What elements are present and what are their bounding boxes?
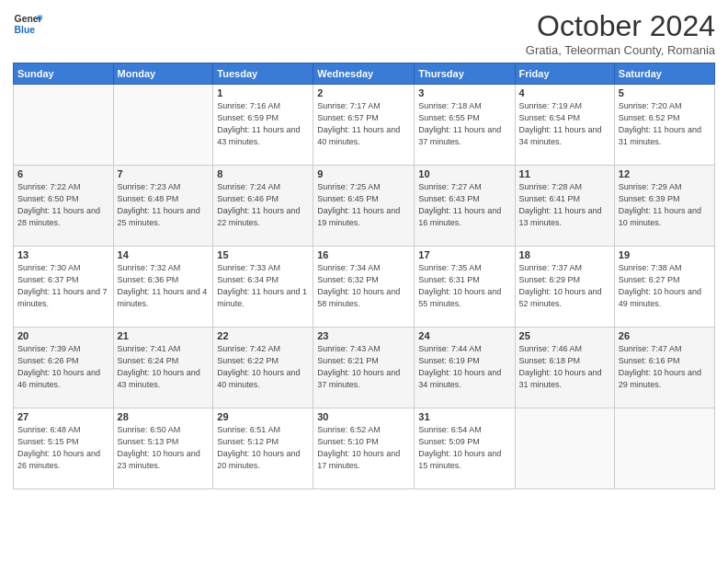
calendar-cell: 23Sunrise: 7:43 AM Sunset: 6:21 PM Dayli…	[313, 327, 415, 408]
day-number: 20	[17, 330, 109, 341]
calendar-cell: 7Sunrise: 7:23 AM Sunset: 6:48 PM Daylig…	[113, 166, 213, 247]
day-number: 13	[17, 249, 109, 260]
calendar-cell: 1Sunrise: 7:16 AM Sunset: 6:59 PM Daylig…	[213, 85, 313, 166]
calendar-cell: 20Sunrise: 7:39 AM Sunset: 6:26 PM Dayli…	[14, 327, 114, 408]
day-detail: Sunrise: 7:24 AM Sunset: 6:46 PM Dayligh…	[217, 181, 309, 229]
day-number: 9	[317, 168, 410, 179]
day-detail: Sunrise: 7:42 AM Sunset: 6:22 PM Dayligh…	[217, 343, 309, 391]
day-detail: Sunrise: 7:16 AM Sunset: 6:59 PM Dayligh…	[217, 100, 309, 148]
day-number: 6	[17, 168, 109, 179]
day-number: 31	[418, 411, 510, 422]
calendar-cell: 18Sunrise: 7:37 AM Sunset: 6:29 PM Dayli…	[515, 247, 614, 327]
day-number: 22	[217, 330, 309, 341]
day-number: 18	[519, 249, 610, 260]
day-detail: Sunrise: 7:32 AM Sunset: 6:36 PM Dayligh…	[118, 262, 210, 310]
calendar-cell: 29Sunrise: 6:51 AM Sunset: 5:12 PM Dayli…	[213, 408, 313, 489]
page-header: General Blue October 2024 Gratia, Teleor…	[13, 9, 715, 57]
title-block: October 2024 Gratia, Teleorman County, R…	[526, 9, 715, 57]
day-number: 12	[619, 168, 711, 179]
day-number: 1	[217, 87, 309, 98]
day-detail: Sunrise: 7:41 AM Sunset: 6:24 PM Dayligh…	[118, 343, 210, 391]
day-number: 5	[619, 87, 711, 98]
day-detail: Sunrise: 7:44 AM Sunset: 6:19 PM Dayligh…	[418, 343, 510, 391]
col-header-saturday: Saturday	[614, 63, 714, 85]
day-number: 23	[317, 330, 410, 341]
calendar-table: SundayMondayTuesdayWednesdayThursdayFrid…	[13, 63, 715, 489]
calendar-cell: 16Sunrise: 7:34 AM Sunset: 6:32 PM Dayli…	[313, 247, 415, 327]
day-detail: Sunrise: 7:25 AM Sunset: 6:45 PM Dayligh…	[317, 181, 410, 229]
calendar-cell: 2Sunrise: 7:17 AM Sunset: 6:57 PM Daylig…	[313, 85, 415, 166]
calendar-cell: 10Sunrise: 7:27 AM Sunset: 6:43 PM Dayli…	[415, 166, 515, 247]
day-detail: Sunrise: 7:43 AM Sunset: 6:21 PM Dayligh…	[317, 343, 410, 391]
calendar-cell: 27Sunrise: 6:48 AM Sunset: 5:15 PM Dayli…	[14, 408, 114, 489]
calendar-cell: 19Sunrise: 7:38 AM Sunset: 6:27 PM Dayli…	[614, 247, 714, 327]
calendar-cell: 14Sunrise: 7:32 AM Sunset: 6:36 PM Dayli…	[113, 247, 213, 327]
day-detail: Sunrise: 6:54 AM Sunset: 5:09 PM Dayligh…	[418, 424, 510, 472]
calendar-cell: 8Sunrise: 7:24 AM Sunset: 6:46 PM Daylig…	[213, 166, 313, 247]
calendar-cell: 22Sunrise: 7:42 AM Sunset: 6:22 PM Dayli…	[213, 327, 313, 408]
day-detail: Sunrise: 7:33 AM Sunset: 6:34 PM Dayligh…	[217, 262, 309, 310]
col-header-sunday: Sunday	[14, 63, 114, 85]
logo-icon: General Blue	[13, 9, 42, 39]
day-number: 17	[418, 249, 510, 260]
calendar-cell: 28Sunrise: 6:50 AM Sunset: 5:13 PM Dayli…	[113, 408, 213, 489]
day-detail: Sunrise: 7:18 AM Sunset: 6:55 PM Dayligh…	[418, 100, 510, 148]
day-detail: Sunrise: 7:39 AM Sunset: 6:26 PM Dayligh…	[17, 343, 109, 391]
logo: General Blue	[13, 9, 42, 39]
day-number: 15	[217, 249, 309, 260]
day-detail: Sunrise: 7:17 AM Sunset: 6:57 PM Dayligh…	[317, 100, 410, 148]
day-detail: Sunrise: 7:46 AM Sunset: 6:18 PM Dayligh…	[519, 343, 610, 391]
day-number: 19	[619, 249, 711, 260]
day-number: 3	[418, 87, 510, 98]
calendar-cell	[614, 408, 714, 489]
day-detail: Sunrise: 7:38 AM Sunset: 6:27 PM Dayligh…	[619, 262, 711, 310]
calendar-cell: 25Sunrise: 7:46 AM Sunset: 6:18 PM Dayli…	[515, 327, 614, 408]
calendar-cell: 24Sunrise: 7:44 AM Sunset: 6:19 PM Dayli…	[415, 327, 515, 408]
day-number: 7	[118, 168, 210, 179]
day-detail: Sunrise: 7:20 AM Sunset: 6:52 PM Dayligh…	[619, 100, 711, 148]
calendar-cell: 30Sunrise: 6:52 AM Sunset: 5:10 PM Dayli…	[313, 408, 415, 489]
calendar-cell	[515, 408, 614, 489]
day-number: 21	[118, 330, 210, 341]
day-detail: Sunrise: 7:19 AM Sunset: 6:54 PM Dayligh…	[519, 100, 610, 148]
day-detail: Sunrise: 7:37 AM Sunset: 6:29 PM Dayligh…	[519, 262, 610, 310]
day-number: 24	[418, 330, 510, 341]
day-detail: Sunrise: 6:51 AM Sunset: 5:12 PM Dayligh…	[217, 424, 309, 472]
calendar-cell: 5Sunrise: 7:20 AM Sunset: 6:52 PM Daylig…	[614, 85, 714, 166]
calendar-cell: 21Sunrise: 7:41 AM Sunset: 6:24 PM Dayli…	[113, 327, 213, 408]
day-number: 8	[217, 168, 309, 179]
day-detail: Sunrise: 7:22 AM Sunset: 6:50 PM Dayligh…	[17, 181, 109, 229]
day-detail: Sunrise: 7:35 AM Sunset: 6:31 PM Dayligh…	[418, 262, 510, 310]
col-header-thursday: Thursday	[415, 63, 515, 85]
day-number: 4	[519, 87, 610, 98]
day-detail: Sunrise: 6:52 AM Sunset: 5:10 PM Dayligh…	[317, 424, 410, 472]
day-number: 30	[317, 411, 410, 422]
calendar-cell: 4Sunrise: 7:19 AM Sunset: 6:54 PM Daylig…	[515, 85, 614, 166]
day-detail: Sunrise: 7:23 AM Sunset: 6:48 PM Dayligh…	[118, 181, 210, 229]
day-detail: Sunrise: 7:27 AM Sunset: 6:43 PM Dayligh…	[418, 181, 510, 229]
calendar-cell	[113, 85, 213, 166]
calendar-cell: 26Sunrise: 7:47 AM Sunset: 6:16 PM Dayli…	[614, 327, 714, 408]
day-number: 14	[118, 249, 210, 260]
calendar-cell: 12Sunrise: 7:29 AM Sunset: 6:39 PM Dayli…	[614, 166, 714, 247]
calendar-cell: 15Sunrise: 7:33 AM Sunset: 6:34 PM Dayli…	[213, 247, 313, 327]
day-number: 11	[519, 168, 610, 179]
day-number: 28	[118, 411, 210, 422]
day-number: 26	[619, 330, 711, 341]
month-title: October 2024	[526, 9, 715, 43]
day-detail: Sunrise: 7:30 AM Sunset: 6:37 PM Dayligh…	[17, 262, 109, 310]
day-detail: Sunrise: 6:50 AM Sunset: 5:13 PM Dayligh…	[118, 424, 210, 472]
subtitle: Gratia, Teleorman County, Romania	[526, 43, 715, 57]
svg-text:Blue: Blue	[15, 25, 36, 35]
calendar-cell: 11Sunrise: 7:28 AM Sunset: 6:41 PM Dayli…	[515, 166, 614, 247]
col-header-tuesday: Tuesday	[213, 63, 313, 85]
calendar-cell: 17Sunrise: 7:35 AM Sunset: 6:31 PM Dayli…	[415, 247, 515, 327]
day-number: 29	[217, 411, 309, 422]
calendar-cell: 6Sunrise: 7:22 AM Sunset: 6:50 PM Daylig…	[14, 166, 114, 247]
calendar-cell	[14, 85, 114, 166]
day-number: 25	[519, 330, 610, 341]
calendar-cell: 13Sunrise: 7:30 AM Sunset: 6:37 PM Dayli…	[14, 247, 114, 327]
col-header-wednesday: Wednesday	[313, 63, 415, 85]
day-detail: Sunrise: 7:29 AM Sunset: 6:39 PM Dayligh…	[619, 181, 711, 229]
col-header-friday: Friday	[515, 63, 614, 85]
